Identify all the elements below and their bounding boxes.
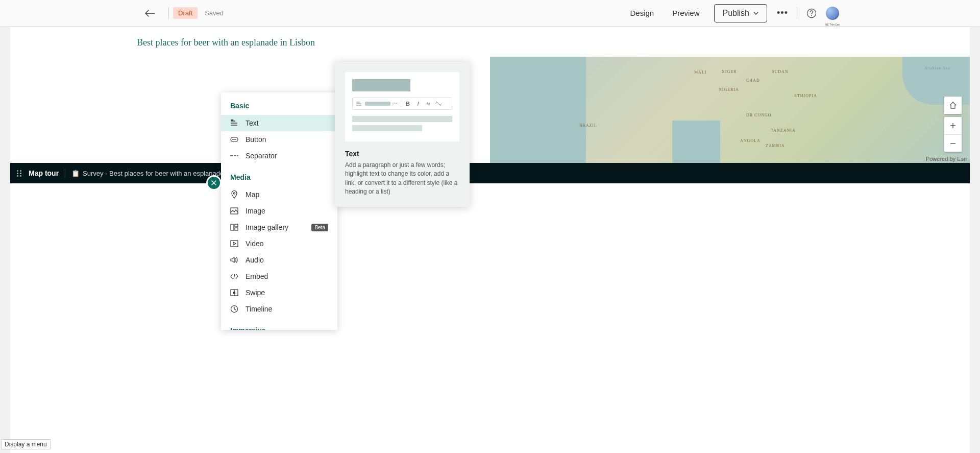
palette-item-video[interactable]: Video [221, 235, 337, 252]
saved-status: Saved [205, 9, 224, 17]
map-label: Angola [740, 138, 761, 143]
block-title: Map tour [29, 169, 59, 177]
audio-icon [230, 256, 238, 264]
section-media: Media [221, 164, 337, 186]
help-icon [806, 8, 817, 18]
minus-icon [950, 140, 956, 147]
palette-item-label: Audio [246, 256, 264, 264]
placeholder-heading [352, 79, 410, 91]
link-icon [425, 100, 432, 107]
section-immersive: Immersive [221, 317, 337, 330]
svg-rect-11 [235, 228, 238, 230]
text-icon [230, 119, 238, 127]
drag-handle[interactable] [14, 170, 23, 177]
text-style-icon [356, 101, 362, 106]
divider [65, 169, 65, 178]
publish-button[interactable]: Publish [714, 4, 767, 22]
placeholder-line [352, 116, 452, 122]
divider [168, 7, 169, 19]
ellipsis-icon: ••• [777, 8, 788, 18]
map-label: Ethiopia [794, 93, 817, 98]
map-label: DR Congo [746, 113, 772, 117]
flyout-title: Text [345, 150, 459, 158]
home-icon [949, 101, 957, 109]
palette-item-label: Text [246, 119, 259, 127]
help-button[interactable] [801, 8, 822, 18]
placeholder-toolbar: B I [352, 98, 452, 110]
palette-item-label: Video [246, 240, 264, 248]
map-block[interactable]: Brazil Mali Niger Sudan Chad Nigeria Eth… [490, 57, 970, 163]
back-button[interactable] [141, 4, 159, 22]
app-header: Draft Saved Design Preview Publish ••• N… [0, 0, 980, 27]
chevron-down-icon [753, 12, 758, 15]
map-tour-block[interactable]: Map tour 📋 Survey - Best places for beer… [10, 163, 970, 183]
design-tab[interactable]: Design [621, 9, 663, 17]
palette-item-image[interactable]: Image [221, 203, 337, 219]
close-palette-button[interactable] [208, 177, 220, 189]
clear-format-icon [435, 100, 442, 107]
more-options-button[interactable]: ••• [772, 8, 793, 18]
palette-item-separator[interactable]: Separator [221, 148, 337, 164]
svg-rect-9 [231, 224, 234, 230]
story-title[interactable]: Best places for beer with an esplanade i… [10, 27, 970, 57]
block-preview-flyout: B I Text Add a paragraph or just a few w… [335, 62, 470, 207]
svg-rect-12 [231, 241, 238, 247]
svg-point-7 [233, 193, 235, 194]
preview-tab[interactable]: Preview [663, 9, 708, 17]
user-avatar[interactable]: NE Thin Can [826, 7, 839, 20]
map-label: Nigeria [719, 87, 739, 92]
timeline-icon [230, 305, 238, 313]
palette-item-label: Map [246, 190, 259, 199]
clipboard-emoji-icon: 📋 [71, 170, 80, 177]
map-label: Brazil [579, 123, 597, 128]
avatar-caption: NE Thin Can [825, 23, 840, 26]
zoom-out-button[interactable] [944, 134, 962, 152]
chevron-down-icon [394, 102, 398, 105]
palette-scroll[interactable]: Basic Text Button Separator Media Map [221, 92, 337, 330]
zoom-in-button[interactable] [944, 117, 962, 134]
map-home-button[interactable] [944, 97, 962, 114]
palette-item-map[interactable]: Map [221, 186, 337, 203]
palette-item-embed[interactable]: Embed [221, 268, 337, 284]
publish-label: Publish [723, 9, 749, 18]
embed-icon [230, 272, 238, 280]
map-zoom-controls [944, 117, 962, 152]
video-icon [230, 240, 238, 248]
beta-badge: Beta [311, 224, 328, 231]
palette-item-label: Button [246, 135, 266, 144]
section-basic: Basic [221, 92, 337, 115]
palette-item-label: Swipe [246, 289, 265, 297]
palette-item-timeline[interactable]: Timeline [221, 301, 337, 317]
bold-icon: B [404, 100, 411, 107]
palette-item-text[interactable]: Text [221, 115, 337, 131]
palette-item-swipe[interactable]: Swipe [221, 284, 337, 301]
status-tooltip: Display a menu [1, 439, 51, 449]
map-label: Zambia [766, 144, 785, 148]
divider [797, 7, 797, 19]
svg-line-17 [436, 102, 440, 106]
palette-item-label: Timeline [246, 305, 272, 313]
map-label: Tanzania [771, 128, 796, 133]
swipe-icon [230, 289, 238, 297]
button-icon [230, 135, 238, 144]
map-label: Sudan [772, 69, 789, 74]
arrow-left-icon [144, 10, 156, 17]
map-label: Arabian Sea [924, 66, 950, 70]
app-root: Draft Saved Design Preview Publish ••• N… [0, 0, 980, 453]
svg-rect-15 [233, 292, 235, 294]
map-label: Niger [722, 69, 737, 74]
close-icon [211, 180, 216, 185]
palette-item-label: Embed [246, 272, 268, 280]
palette-item-image-gallery[interactable]: Image gallery Beta [221, 219, 337, 235]
palette-item-audio[interactable]: Audio [221, 252, 337, 268]
palette-item-label: Image gallery [246, 223, 288, 231]
plus-icon [950, 123, 956, 129]
draft-badge: Draft [173, 7, 198, 19]
palette-item-button[interactable]: Button [221, 131, 337, 148]
block-palette: Basic Text Button Separator Media Map [221, 92, 337, 330]
flyout-description: Add a paragraph or just a few words; hig… [345, 161, 459, 197]
svg-rect-10 [235, 224, 238, 227]
italic-icon: I [414, 100, 422, 107]
map-label: Mali [694, 70, 706, 75]
palette-item-label: Separator [246, 152, 277, 160]
